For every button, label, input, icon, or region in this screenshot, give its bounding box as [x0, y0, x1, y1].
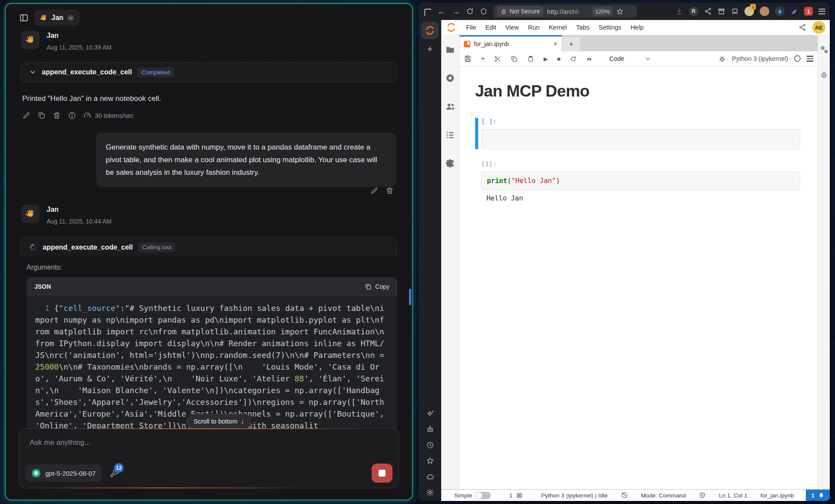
tab-count-badge[interactable]: 1	[804, 7, 813, 16]
new-launcher-button[interactable]: +	[563, 37, 580, 51]
notebook-toolbar: + ▶ ■ Code	[459, 51, 818, 67]
user-avatar[interactable]: AE	[812, 21, 825, 34]
debugger-button[interactable]	[718, 55, 726, 63]
downloads-button[interactable]	[675, 7, 683, 15]
extension-manager-tab[interactable]	[445, 158, 455, 168]
thread-title-button[interactable]: Jan	[34, 10, 80, 26]
kernel-name[interactable]: Python 3 (ipykernel)	[732, 55, 788, 62]
bug-icon	[820, 71, 828, 79]
info-button[interactable]	[68, 111, 76, 120]
bookmarks-button[interactable]	[426, 457, 434, 465]
menu-settings[interactable]: Settings	[599, 24, 621, 31]
copy-code-button[interactable]: Copy	[365, 283, 389, 290]
notebook-tab[interactable]: for_jan.ipynb ×	[459, 35, 562, 51]
zoom-level-badge[interactable]: 120%	[592, 7, 613, 16]
scrollbar-thumb[interactable]	[409, 289, 411, 305]
strip-bottom-icons	[426, 409, 434, 497]
kernel-sessions[interactable]: 1	[509, 492, 523, 499]
copy-button[interactable]	[37, 111, 46, 120]
thread-settings-button[interactable]	[67, 14, 74, 22]
bookmark-star-button[interactable]	[616, 8, 624, 15]
cell-editor[interactable]: print("Hello Jan")	[481, 172, 800, 190]
run-cell-button[interactable]: ▶	[543, 56, 548, 62]
code-cell-empty[interactable]: [ ]:	[475, 118, 800, 149]
stop-generation-button[interactable]	[372, 464, 392, 483]
extension-icon-bird[interactable]	[790, 7, 798, 16]
active-browser-tab[interactable]	[421, 22, 439, 39]
edit-button[interactable]	[370, 187, 379, 195]
trust-indicator[interactable]	[699, 492, 706, 499]
running-sessions-tab[interactable]	[445, 73, 455, 83]
status-badge: Completed	[137, 67, 174, 77]
save-button[interactable]	[464, 55, 472, 63]
restart-kernel-button[interactable]	[570, 55, 577, 63]
tab-bar-toggle-button[interactable]	[423, 7, 431, 16]
history-button[interactable]	[426, 441, 434, 449]
menu-edit[interactable]: Edit	[485, 24, 496, 31]
trash-icon	[53, 111, 61, 120]
cell-type-dropdown[interactable]: Code	[609, 55, 650, 62]
new-tab-button[interactable]: +	[427, 43, 433, 55]
command-mode-indicator[interactable]: Mode: Command	[641, 492, 686, 499]
cloud-icon	[426, 473, 434, 481]
property-inspector-tab[interactable]	[819, 45, 829, 54]
simple-mode-toggle[interactable]: Simple	[454, 492, 491, 499]
paste-cell-button[interactable]	[527, 55, 534, 63]
close-tab-button[interactable]: ×	[553, 40, 557, 48]
assistant-button[interactable]	[426, 425, 434, 434]
menu-help[interactable]: Help	[630, 24, 644, 31]
tool-call-completed[interactable]: append_execute_code_cell Completed	[20, 62, 396, 82]
menu-run[interactable]: Run	[528, 24, 540, 31]
devices-button[interactable]	[731, 7, 739, 15]
notifications-button[interactable]: 1	[806, 490, 830, 501]
extension-icon-avatar[interactable]	[760, 7, 769, 16]
debugger-tab[interactable]	[820, 71, 828, 79]
settings-button[interactable]	[426, 488, 434, 497]
delete-button[interactable]	[386, 187, 394, 195]
menu-kernel[interactable]: Kernel	[549, 24, 567, 31]
cell-editor[interactable]	[481, 129, 800, 149]
extension-icon-duck[interactable]: 1	[744, 7, 754, 16]
restart-run-all-button[interactable]	[586, 55, 593, 63]
send-tab-button[interactable]	[704, 7, 712, 15]
back-button[interactable]: ←	[437, 7, 446, 16]
url-bar[interactable]: Not Secure http://archli 120%	[493, 5, 637, 18]
collaboration-tab[interactable]	[445, 101, 456, 112]
ai-sparkle-button[interactable]	[426, 409, 434, 417]
tools-button[interactable]: 12	[110, 468, 119, 478]
menu-file[interactable]: File	[466, 24, 476, 31]
sidebar-toggle-button[interactable]	[17, 11, 31, 25]
toolbar-menu-button[interactable]	[807, 56, 813, 61]
table-of-contents-tab[interactable]	[445, 130, 455, 140]
tracking-protection-button[interactable]	[480, 8, 487, 15]
browser-menu-button[interactable]	[818, 9, 825, 14]
tool-call-calling[interactable]: append_execute_code_cell Calling tool	[20, 237, 396, 257]
chat-input[interactable]: Ask me anything...	[30, 438, 91, 447]
toggle-switch[interactable]	[475, 492, 491, 499]
extension-icon-a[interactable]: a	[775, 7, 785, 16]
edit-button[interactable]	[22, 111, 30, 120]
menu-tabs[interactable]: Tabs	[576, 24, 590, 31]
cut-cell-button[interactable]	[494, 55, 501, 63]
file-browser-tab[interactable]	[445, 45, 455, 55]
code-cell-executed[interactable]: [1]: print("Hello Jan") Hello Jan	[475, 160, 800, 202]
interrupt-kernel-button[interactable]: ■	[557, 56, 560, 62]
code-string: "Hello Jan"	[511, 177, 556, 185]
sync-button[interactable]	[426, 472, 434, 481]
kernel-status[interactable]: Python 3 (ipykernel) | Idle	[541, 492, 608, 499]
cursor-position-text: Ln 1, Col 1	[719, 492, 747, 499]
extension-icon-r[interactable]: R	[689, 7, 698, 16]
model-selector[interactable]: gpt-5-2025-08-07	[25, 464, 102, 482]
cursor-position[interactable]: Ln 1, Col 1	[719, 492, 747, 499]
copy-cell-button[interactable]	[510, 55, 518, 63]
reload-button[interactable]	[466, 7, 474, 15]
share-button[interactable]	[798, 23, 806, 32]
security-chip[interactable]: Not Secure	[497, 6, 543, 17]
history-indicator[interactable]	[621, 492, 628, 499]
delete-button[interactable]	[53, 111, 61, 120]
scroll-to-bottom-button[interactable]: Scroll to bottom ↓	[186, 414, 252, 429]
archive-button[interactable]	[718, 7, 725, 15]
menu-view[interactable]: View	[505, 24, 519, 31]
forward-button[interactable]: →	[452, 7, 460, 16]
insert-cell-button[interactable]: +	[481, 55, 485, 62]
